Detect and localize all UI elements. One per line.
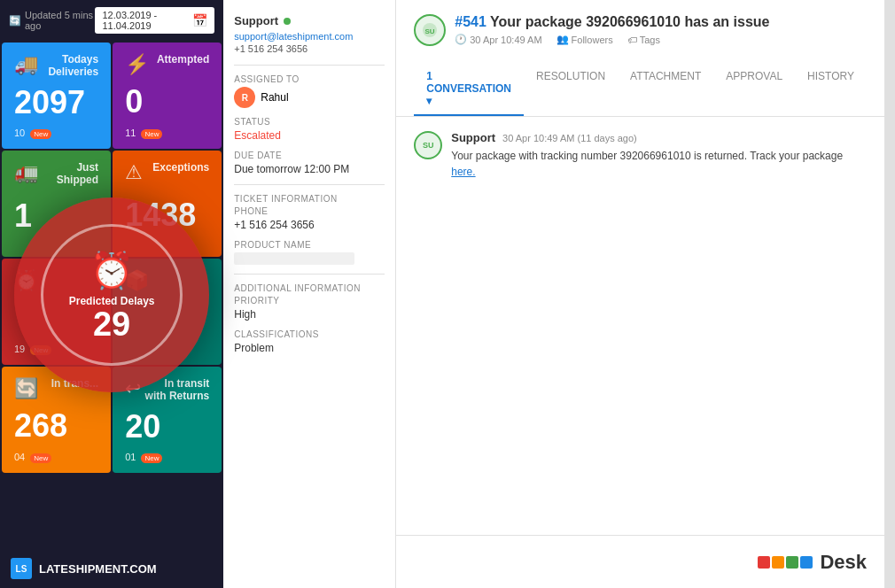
status-value: Escalated [234, 129, 385, 142]
new-badge-4: New [30, 453, 51, 463]
ticket-number: #541 [455, 14, 486, 29]
lightning-icon: ⚡ [125, 53, 149, 76]
returns-title: In transit with Returns [141, 377, 209, 402]
ticket-title-row: SU #541 Your package 392066961010 has an… [414, 14, 867, 56]
due-date-value: Due tomorrow 12:00 PM [234, 163, 385, 175]
exceptions-title: Exceptions [152, 161, 209, 174]
just-shipped-title: Just Shipped [38, 161, 98, 186]
message-row: SU Support 30 Apr 10:49 AM (11 days ago)… [414, 131, 867, 180]
logo-text: LATESHIPMENT.COM [39, 562, 157, 576]
zoho-logo-area: Desk [758, 551, 867, 574]
tile-just-shipped[interactable]: 🚛 Just Shipped 1 [2, 151, 111, 257]
msg-sender: Support [451, 131, 495, 144]
ticket-info-label: Ticket Information [234, 194, 385, 204]
contact-phone: +1 516 254 3656 [234, 43, 385, 54]
additional-label: Additional Information [234, 283, 385, 293]
returns-icon: ↩ [125, 377, 141, 400]
tiles-grid: 🚚 Todays Deliveries 2097 10 New ⚡ Attemp… [0, 41, 223, 475]
tile-returns[interactable]: ↩ In transit with Returns 20 01 New [113, 367, 222, 473]
tile-attempted[interactable]: ⚡ Attempted 0 11 New [113, 43, 222, 149]
left-panel: 🔄 Updated 5 mins ago 12.03.2019 - 11.04.… [0, 0, 223, 588]
divider-2 [234, 184, 385, 185]
tab-conversation[interactable]: 1 CONVERSATION ▾ [414, 63, 524, 116]
tile-delivered[interactable]: 📦 [113, 259, 222, 365]
returns-footer: 01 New [125, 452, 162, 462]
tile-exceptions[interactable]: ⚠ Exceptions 1438 [113, 151, 222, 257]
todays-deliveries-footer: 10 New [14, 128, 51, 138]
in-transit-footer: 04 New [14, 452, 51, 462]
refresh-icon: 🔄 [9, 15, 21, 27]
tiles-wrapper: 🚚 Todays Deliveries 2097 10 New ⚡ Attemp… [0, 41, 223, 549]
tab-history[interactable]: HISTORY [795, 63, 867, 116]
date-picker[interactable]: 12.03.2019 - 11.04.2019 📅 [95, 7, 214, 34]
followers-icon: 👥 [556, 34, 569, 45]
tile-predicted-delays[interactable]: ⏰ 19 New [2, 259, 111, 365]
classifications-label: Classifications [234, 329, 385, 339]
right-panel: Support support@lateshipment.com +1 516 … [223, 0, 895, 588]
ticket-date: 🕐 30 Apr 10:49 AM [455, 34, 541, 45]
delivery-icon: 🚚 [14, 53, 38, 76]
product-value [234, 252, 354, 265]
new-badge: New [30, 129, 51, 139]
tags-link[interactable]: 🏷 Tags [627, 35, 660, 45]
in-transit-count: 268 [14, 410, 98, 442]
msg-link[interactable]: here. [451, 166, 475, 178]
svg-text:SU: SU [425, 27, 435, 35]
calendar-icon[interactable]: 📅 [192, 13, 207, 27]
tile-todays-deliveries[interactable]: 🚚 Todays Deliveries 2097 10 New [2, 43, 111, 149]
msg-body-text: Your package with tracking number 392066… [451, 150, 843, 162]
scrollbar[interactable] [884, 0, 895, 588]
attempted-title: Attempted [157, 53, 209, 66]
zoho-box-blue [800, 556, 813, 569]
assigned-to-label: Assigned To [234, 74, 385, 84]
tab-approval[interactable]: APPROVAL [713, 63, 795, 116]
msg-body: Your package with tracking number 392066… [451, 148, 867, 180]
due-date-label: Due Date [234, 151, 385, 160]
just-shipped-count: 1 [14, 200, 98, 232]
classifications-value: Problem [234, 342, 385, 354]
contact-name-row: Support [234, 14, 385, 27]
zoho-box-orange [772, 556, 784, 569]
contact-email[interactable]: support@lateshipment.com [234, 31, 385, 42]
predicted-delays-footer: 19 New [14, 344, 51, 354]
zoho-box-green [786, 556, 798, 569]
top-bar: 🔄 Updated 5 mins ago 12.03.2019 - 11.04.… [0, 0, 223, 41]
tab-attachment[interactable]: ATTACHMENT [618, 63, 713, 116]
msg-content: Support 30 Apr 10:49 AM (11 days ago) Yo… [451, 131, 867, 180]
tile-in-transit[interactable]: 🔄 In trans... 268 04 New [2, 367, 111, 473]
ticket-avatar: SU [414, 14, 446, 46]
attempted-count: 0 [125, 86, 209, 118]
msg-header: Support 30 Apr 10:49 AM (11 days ago) [451, 131, 867, 144]
attempted-footer: 11 New [125, 128, 162, 138]
msg-time: 30 Apr 10:49 AM (11 days ago) [502, 133, 637, 143]
priority-value: High [234, 308, 385, 321]
divider-3 [234, 274, 385, 275]
zoho-logo-boxes [758, 556, 813, 569]
divider-1 [234, 65, 385, 66]
logo-icon: LS [11, 558, 32, 579]
logo-bar: LS LATESHIPMENT.COM [0, 549, 223, 588]
todays-deliveries-count: 2097 [14, 87, 98, 119]
ticket-sidebar: Support support@lateshipment.com +1 516 … [223, 0, 396, 588]
status-label: Status [234, 117, 385, 127]
new-badge-2: New [141, 129, 162, 139]
truck-icon: 🚛 [14, 161, 38, 184]
followers-link[interactable]: 👥 Followers [556, 34, 613, 45]
online-indicator [284, 18, 291, 25]
ticket-title: #541 Your package 392066961010 has an is… [455, 14, 867, 30]
tags-icon: 🏷 [627, 35, 637, 45]
ticket-meta: 🕐 30 Apr 10:49 AM 👥 Followers 🏷 Tags [455, 34, 867, 45]
phone-label: Phone [234, 206, 385, 216]
date-range-text: 12.03.2019 - 11.04.2019 [102, 10, 188, 31]
zoho-desk-label: Desk [820, 551, 867, 574]
contact-name: Support [234, 14, 278, 27]
clock-meta-icon: 🕐 [455, 34, 467, 45]
ticket-main: SU #541 Your package 392066961010 has an… [396, 0, 884, 588]
updated-text: Updated 5 mins ago [25, 10, 95, 31]
transit-icon: 🔄 [14, 377, 38, 400]
desk-content: Support support@lateshipment.com +1 516 … [223, 0, 895, 588]
desk-bottom-bar: Desk [396, 535, 884, 588]
zoho-box-red [758, 556, 770, 569]
new-badge-5: New [141, 453, 162, 463]
tab-resolution[interactable]: RESOLUTION [524, 63, 618, 116]
